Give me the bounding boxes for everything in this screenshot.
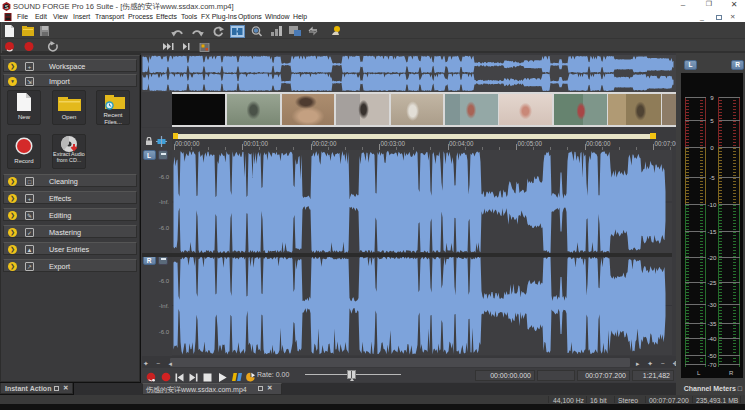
svg-text:S: S: [5, 3, 9, 9]
